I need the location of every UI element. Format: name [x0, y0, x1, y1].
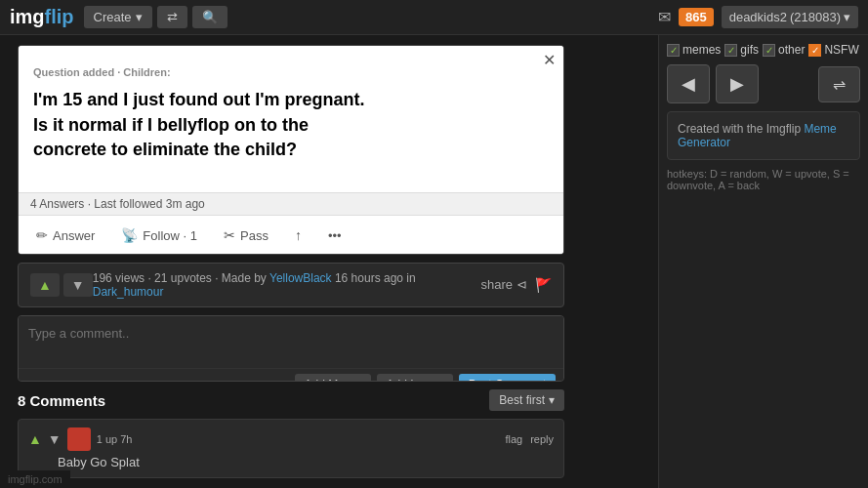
search-icon: 🔍: [202, 10, 218, 24]
logo: imgflip: [10, 6, 74, 28]
comment-vote-up[interactable]: ▲: [28, 431, 42, 447]
vote-down-button[interactable]: ▼: [63, 273, 93, 297]
post-comment-button[interactable]: Post Comment: [459, 374, 556, 382]
flag-button[interactable]: 🚩: [535, 277, 552, 293]
mail-icon[interactable]: ✉: [658, 8, 671, 26]
comment-vote-down[interactable]: ▼: [48, 431, 62, 447]
filter-nsfw[interactable]: ✓ NSFW: [808, 43, 858, 57]
comment-top: ▲ ▼ 1 up 7h flag reply: [28, 427, 554, 451]
meme-line1: I'm 15 and I just found out I'm pregnant…: [33, 88, 549, 112]
meme-image-area: ✕ Question added · Children: I'm 15 and …: [19, 46, 563, 255]
sort-button[interactable]: Best first ▾: [489, 389, 564, 411]
points-badge: 865: [679, 8, 714, 26]
answers-text: 4 Answers · Last followed 3m ago: [30, 197, 205, 211]
add-image-button[interactable]: Add Image: [377, 374, 453, 382]
comments-section: 8 Comments Best first ▾ ▲ ▼ 1 up 7: [18, 389, 564, 478]
pass-icon: ✂: [224, 227, 235, 243]
filter-nsfw-label: NSFW: [824, 43, 858, 57]
comment-textarea[interactable]: [19, 316, 563, 365]
filter-gifs-label: gifs: [740, 43, 759, 57]
prev-button[interactable]: ◀: [667, 64, 710, 103]
filter-memes-label: memes: [682, 43, 721, 57]
sort-arrow-icon: ▾: [549, 393, 555, 407]
search-button[interactable]: 🔍: [192, 6, 227, 28]
meme-actions: ✏ Answer 📡 Follow · 1 ✂ Pass ↑: [19, 215, 563, 255]
header-right: ✉ 865 deadkids2 (218083) ▾: [658, 6, 858, 28]
sort-label: Best first: [499, 393, 545, 407]
random-icon: ⇄: [167, 10, 178, 24]
user-menu-button[interactable]: deadkids2 (218083) ▾: [722, 6, 858, 28]
post-time: 16 hours ago in: [335, 271, 416, 285]
follow-button[interactable]: 📡 Follow · 1: [115, 224, 203, 247]
comment-text: Baby Go Splat: [28, 455, 554, 469]
comments-title: 8 Comments: [18, 392, 105, 409]
question-label: Question added · Children:: [33, 65, 549, 80]
share-flag-area: share ⊲ 🚩: [480, 277, 552, 293]
answer-label: Answer: [53, 228, 95, 243]
nav-controls: ◀ ▶ ⇌: [667, 64, 860, 103]
vote-up-button[interactable]: ▲: [30, 273, 60, 297]
filter-nsfw-check: ✓: [808, 44, 821, 57]
random-button[interactable]: ⇄: [157, 6, 187, 28]
create-button[interactable]: Create ▾: [84, 6, 152, 28]
pass-label: Pass: [240, 228, 269, 243]
filter-gifs-check: ✓: [724, 44, 737, 57]
comment-item: ▲ ▼ 1 up 7h flag reply Baby Go: [18, 419, 564, 478]
comment-left: ▲ ▼ 1 up 7h: [28, 427, 132, 451]
answer-button[interactable]: ✏ Answer: [30, 224, 101, 247]
more-button[interactable]: •••: [322, 224, 348, 247]
filter-other[interactable]: ✓ other: [763, 43, 805, 57]
imgflip-footer: imgflip.com: [0, 470, 70, 488]
comments-header: 8 Comments Best first ▾: [18, 389, 564, 411]
filter-other-label: other: [778, 43, 805, 57]
vote-bar: ▲ ▼ 196 views · 21 upvotes · Made by Yel…: [18, 263, 564, 307]
comment-meta: 1 up 7h: [97, 433, 133, 445]
created-text: Created with the Imgflip: [678, 122, 801, 136]
filter-other-check: ✓: [763, 44, 775, 57]
pencil-icon: ✏: [36, 227, 48, 243]
made-by-label: Made by: [222, 271, 267, 285]
filter-memes[interactable]: ✓ memes: [667, 43, 721, 57]
more-icon: •••: [328, 228, 342, 243]
upvotes-count: 21 upvotes: [154, 271, 212, 285]
share-button[interactable]: share ⊲: [480, 277, 527, 292]
follow-label: Follow · 1: [143, 228, 197, 243]
shuffle-button[interactable]: ⇌: [818, 66, 860, 102]
filter-gifs[interactable]: ✓ gifs: [724, 43, 759, 57]
comment-actions: Add Meme Add Image Post Comment: [19, 368, 563, 382]
flag-link[interactable]: flag: [505, 433, 522, 445]
share-icon-small: ⊲: [517, 277, 527, 292]
reply-link[interactable]: reply: [530, 433, 554, 445]
filter-memes-check: ✓: [667, 44, 680, 57]
right-sidebar: ✓ memes ✓ gifs ✓ other ✓ NSFW ◀ ▶ ⇌ Crea…: [658, 35, 868, 488]
hotkeys-box: hotkeys: D = random, W = upvote, S = dow…: [667, 168, 860, 191]
pass-button[interactable]: ✂ Pass: [218, 224, 274, 247]
user-arrow-icon: ▾: [844, 10, 850, 24]
answers-bar: 4 Answers · Last followed 3m ago: [19, 192, 563, 215]
share-action-button[interactable]: ↑: [289, 224, 308, 247]
community-link[interactable]: Dark_humour: [93, 285, 164, 299]
share-label: share: [480, 277, 513, 292]
comment-upvotes: 1 up: [97, 433, 117, 445]
left-content: ✕ Question added · Children: I'm 15 and …: [0, 35, 658, 488]
vote-info: 196 views · 21 upvotes · Made by YellowB…: [93, 271, 481, 299]
main-layout: Feedback ✕ Question added · Children: I'…: [0, 35, 868, 488]
create-label: Create: [94, 10, 132, 24]
create-arrow-icon: ▾: [136, 10, 143, 24]
author-link[interactable]: YellowBlack: [269, 271, 332, 285]
username-label: deadkids2: [729, 10, 787, 24]
header: imgflip Create ▾ ⇄ 🔍 ✉ 865 deadkids2 (21…: [0, 0, 868, 35]
follow-icon: 📡: [121, 227, 138, 243]
user-points: (218083): [790, 10, 841, 24]
close-button[interactable]: ✕: [543, 51, 556, 69]
comment-links: flag reply: [505, 433, 554, 445]
meme-text-preview: Question added · Children: I'm 15 and I …: [19, 46, 563, 192]
next-button[interactable]: ▶: [716, 64, 759, 103]
views-count: 196 views: [93, 271, 145, 285]
add-meme-button[interactable]: Add Meme: [295, 374, 371, 382]
vote-buttons: ▲ ▼: [30, 273, 93, 297]
created-box: Created with the Imgflip Meme Generator: [667, 111, 860, 160]
comment-time: 7h: [120, 433, 132, 445]
share-icon: ↑: [295, 227, 302, 243]
meme-card: ✕ Question added · Children: I'm 15 and …: [18, 45, 564, 255]
